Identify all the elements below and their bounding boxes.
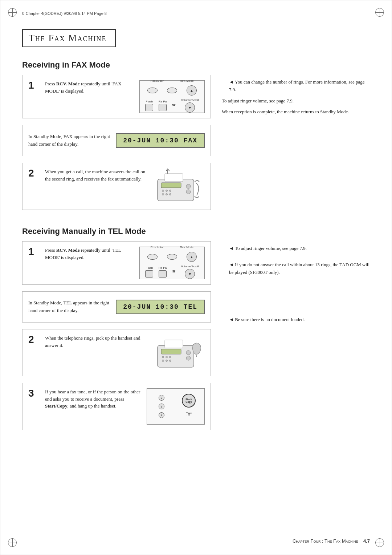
reg-mark-bl [7,537,18,548]
flash-btn-2 [145,270,153,278]
section2-step2-number: 2 [28,335,40,345]
volume-btn: ▼ [185,102,195,113]
num-buttons: 2 3 4 [156,395,164,418]
section2-step2-text: When the telephone rings, pick up the ha… [45,335,150,349]
svg-point-7 [170,190,171,192]
section2-content: 1 Press RCV. Mode repeatedly until 'TEL … [22,241,370,437]
svg-point-5 [162,190,164,192]
fax-illustration-1 [154,168,205,204]
section-tel-mode: Receiving Manually in TEL Mode 1 Press R… [22,227,370,437]
section1-step2-block: 2 When you get a call, the machine answe… [22,163,211,210]
control-panel-1: Resolution Rcv. Mode ▲ Flas [139,80,205,113]
num-btn-3: 3 [159,404,164,409]
resolution-btn [147,88,158,93]
header-text: 0-Chapter 4(GODREJ) 9/20/98 5:14 PM Page… [22,11,107,16]
section1-step1-text: Press RCV. Mode repeatedly until 'FAX MO… [45,80,136,94]
section1-standby-text: In Standby Mode, FAX appears in the righ… [28,133,116,148]
section2-left: 1 Press RCV. Mode repeatedly until 'TEL … [22,241,211,437]
page-title: The Fax Machine [22,29,116,47]
section2-note3: Be sure there is no document loaded. [229,316,370,324]
reg-mark-br [374,537,385,548]
section1-standby-block: In Standby Mode, FAX appears in the righ… [22,125,211,156]
section1-lcd: 20-JUN 10:30 FAX [116,133,205,148]
handset-icon-1: ☎ [172,104,176,107]
section2-step1-bold: RCV. Mode [56,247,80,253]
section1-step1-bold: RCV. Mode [56,81,80,86]
section2-notes: To adjust ringer volume, see page 7.9. I… [222,241,370,437]
section1-step1-number: 1 [28,80,40,90]
svg-point-16 [162,356,164,358]
section2-step3-bold: Start/Copy [45,403,67,409]
svg-rect-4 [161,183,181,188]
volume-label-2: Volume/Scroll [181,265,199,268]
num-btn-4: 4 [159,412,164,418]
header-bar: 0-Chapter 4(GODREJ) 9/20/98 5:14 PM Page… [22,11,370,18]
section1-note2: To adjust ringer volume, see page 7.9. [222,97,370,105]
svg-point-8 [162,194,164,195]
flash-btn [145,104,153,111]
section1-left: 1 Press RCV. Mode repeatedly until 'FAX … [22,75,211,216]
section2-standby-text: In Standby Mode, TEL appears in the righ… [28,299,116,315]
svg-point-21 [170,360,171,362]
resolution-label: Resolution [151,79,164,82]
svg-rect-12 [165,340,183,348]
resolution-btn-2 [147,254,158,260]
section2-note1: To adjust ringer volume, see page 7.9. [229,245,370,252]
section2-step1-block: 1 Press RCV. Mode repeatedly until 'TEL … [22,241,211,285]
section1-note1: You can change the number of rings. For … [229,78,370,94]
section1-notes: You can change the number of rings. For … [222,75,370,216]
section1-step2-number: 2 [28,168,40,178]
fax-illustration-2 [154,335,205,371]
section1-note3: When reception is complete, the machine … [222,108,370,116]
flash-label: Flash [146,100,153,103]
re-pa-label-2: Re Pa [159,266,167,270]
hand-pressing-icon: ☞ [185,410,192,419]
footer-text: Chapter Four : The Fax Machine [293,538,358,544]
svg-point-17 [166,356,168,358]
svg-point-6 [166,190,168,192]
re-pa-btn-2 [159,270,167,278]
svg-point-14 [186,351,191,355]
section2-step3-suffix: , and hang up the handset. [67,403,116,409]
rcv-mode-label-2: Rcv. Mode [180,246,194,249]
svg-point-15 [186,356,191,360]
handset-icon-2: ☎ [172,270,176,273]
svg-point-20 [166,360,168,362]
section2-standby-block: In Standby Mode, TEL appears in the righ… [22,291,211,323]
arrow-up-btn: ▲ [187,85,197,96]
reg-mark-tl [7,7,18,18]
section2-heading: Receiving Manually in TEL Mode [22,227,370,236]
volume-label: Volume/Scroll [181,98,199,102]
section2-step1-prefix: Press [45,247,56,253]
page-container: 0-Chapter 4(GODREJ) 9/20/98 5:14 PM Page… [0,0,392,555]
rcv-mode-btn-2 [167,254,177,260]
reg-mark-tr [374,7,385,18]
section2-step3-number: 3 [28,388,40,398]
svg-point-18 [170,356,171,358]
section2-step3-prefix: If you hear a fax tone, or if the person… [45,389,140,402]
arrow-up-btn-2: ▲ [187,252,197,262]
rcv-mode-btn [167,88,177,93]
section-fax-mode: Receiving in FAX Mode 1 Press RCV. Mode … [22,60,370,216]
section1-content: 1 Press RCV. Mode repeatedly until 'FAX … [22,75,370,216]
start-copy-panel: 2 3 4 Start/ Copy [147,388,205,425]
svg-rect-1 [165,174,183,182]
section2-step2-block: 2 When the telephone rings, pick up the … [22,329,211,376]
section1-step1-block: 1 Press RCV. Mode repeatedly until 'FAX … [22,75,211,118]
svg-point-3 [186,190,191,194]
re-pa-btn [159,104,167,111]
control-panel-2: Resolution Rcv. Mode ▲ Flas [139,247,205,279]
page-footer: Chapter Four : The Fax Machine 4.7 [293,538,370,544]
section2-step1-text: Press RCV. Mode repeatedly until 'TEL MO… [45,247,136,261]
flash-label-2: Flash [146,266,153,270]
num-btn-2: 2 [159,395,164,401]
section1-heading: Receiving in FAX Mode [22,60,370,70]
rcv-mode-label: Rcv. Mode [180,79,194,82]
re-pa-label: Re Pa [159,100,167,103]
svg-point-9 [166,194,168,195]
footer-page: 4.7 [363,538,370,544]
resolution-label-2: Resolution [151,246,164,249]
section2-step3-block: 3 If you hear a fax tone, or if the pers… [22,383,211,430]
start-copy-label: Start/ Copy [183,398,195,403]
svg-point-19 [162,360,164,362]
